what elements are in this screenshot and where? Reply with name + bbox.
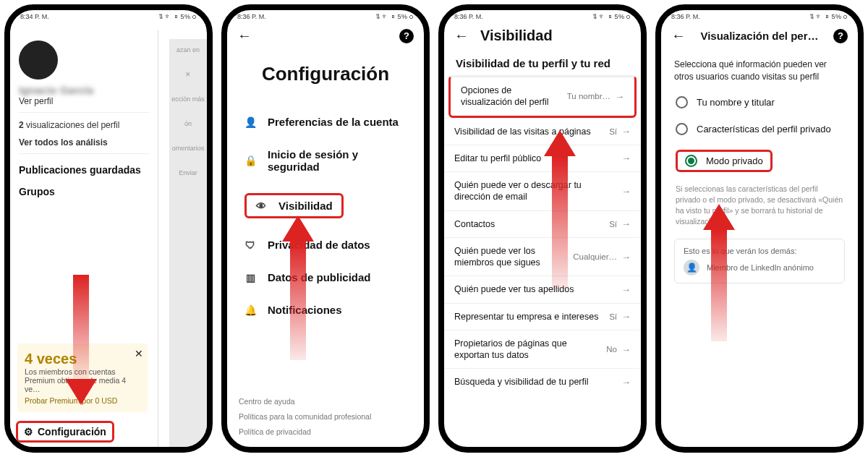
- row-page-visits[interactable]: Visibilidad de las visitas a páginas Sí …: [444, 118, 641, 145]
- back-icon[interactable]: ←: [671, 27, 686, 44]
- header: ← Visualización del per… ?: [661, 22, 858, 50]
- settings-item-privacy[interactable]: 🛡 Privacidad de datos: [244, 228, 407, 261]
- chevron-right-icon: →: [621, 344, 631, 355]
- row-contacts[interactable]: Contactos Sí →: [444, 210, 641, 237]
- phone-2: 8:36 P. M. ⇅ ᯤ ▯ 5% ▢ ← ? Configuración …: [221, 4, 430, 453]
- settings-list: 👤 Preferencias de la cuenta 🔒 Inicio de …: [227, 106, 424, 326]
- row-export[interactable]: Propietarios de páginas que exportan tus…: [444, 330, 641, 369]
- help-icon[interactable]: ?: [399, 29, 414, 43]
- profile-views[interactable]: 2 visualizaciones del perfil: [19, 120, 149, 130]
- row-following[interactable]: Quién puede ver los miembros que sigues …: [444, 237, 641, 276]
- saved-posts[interactable]: Publicaciones guardadas: [19, 164, 149, 176]
- row-search[interactable]: Búsqueda y visibilidad de tu perfil →: [444, 368, 641, 395]
- status-bar: 8:36 P. M. ⇅ ᯤ ▯ 5% ▢: [444, 10, 641, 22]
- settings-button[interactable]: ⚙ Configuración: [16, 421, 114, 443]
- status-bar: 8:34 P. M. ⇅ ᯤ ▯ 5% ▢: [10, 10, 207, 22]
- preview-text: Miembro de LinkedIn anónimo: [707, 263, 814, 272]
- nav-drawer: Ignacio García Ver perfil 2 visualizacio…: [10, 30, 158, 447]
- groups-link[interactable]: Grupos: [19, 186, 149, 197]
- status-bar: 8:36 P. M. ⇅ ᯤ ▯ 5% ▢: [661, 10, 858, 22]
- row-profile-viewing[interactable]: Opciones de visualización del perfil Tu …: [448, 75, 637, 118]
- shield-icon: 🛡: [244, 239, 256, 251]
- chevron-right-icon: →: [621, 186, 631, 197]
- footer-help[interactable]: Centro de ayuda: [239, 394, 412, 409]
- settings-item-account[interactable]: 👤 Preferencias de la cuenta: [244, 106, 407, 138]
- preview-label: Esto es lo que verán los demás:: [684, 247, 835, 255]
- settings-item-ads[interactable]: ▥ Datos de publicidad: [244, 261, 407, 294]
- status-time: 8:36 P. M.: [454, 13, 483, 20]
- premium-headline: 4 veces: [25, 351, 140, 367]
- privacy-note: Si seleccionas las características del p…: [661, 179, 858, 232]
- ads-icon: ▥: [244, 272, 256, 283]
- radio-selected-icon: [685, 155, 697, 167]
- preview-box: Esto es lo que verán los demás: 👤 Miembr…: [674, 239, 845, 283]
- section-description: Selecciona qué información pueden ver ot…: [661, 50, 858, 89]
- bell-icon: 🔔: [244, 304, 256, 316]
- header: ← Visibilidad: [444, 22, 641, 50]
- status-right: ⇅ ᯤ ▯ 5% ▢: [593, 13, 631, 20]
- option-private-mode[interactable]: Modo privado: [661, 142, 858, 179]
- analytics-link[interactable]: Ver todos los análisis: [19, 137, 149, 148]
- background-feed: azan en ✕ ección más ón omentarios Envia…: [169, 39, 207, 447]
- status-time: 8:36 P. M.: [671, 13, 700, 20]
- chevron-right-icon: →: [621, 311, 631, 322]
- settings-item-visibility[interactable]: 👁 Visibilidad: [244, 183, 407, 228]
- help-icon[interactable]: ?: [833, 29, 848, 43]
- view-profile-link[interactable]: Ver perfil: [19, 96, 149, 106]
- premium-body: Los miembros con cuentas Premium obtiene…: [25, 367, 140, 393]
- page-title: Visualización del per…: [700, 30, 818, 42]
- lock-icon: 🔒: [244, 155, 256, 166]
- settings-item-signin[interactable]: 🔒 Inicio de sesión y seguridad: [244, 138, 407, 183]
- footer-policies[interactable]: Políticas para la comunidad profesional: [239, 409, 412, 424]
- back-icon[interactable]: ←: [454, 27, 469, 44]
- footer-links: Centro de ayuda Políticas para la comuni…: [227, 390, 424, 444]
- row-company[interactable]: Representar tu empresa e intereses Sí →: [444, 303, 641, 330]
- chevron-right-icon: →: [615, 91, 624, 102]
- header: ← ?: [227, 22, 424, 50]
- chevron-right-icon: →: [621, 252, 631, 262]
- chevron-right-icon: →: [621, 126, 631, 137]
- premium-upsell[interactable]: ✕ 4 veces Los miembros con cuentas Premi…: [17, 343, 148, 412]
- phone-1: 8:34 P. M. ⇅ ᯤ ▯ 5% ▢ azan en ✕ ección m…: [4, 4, 213, 453]
- option-name-headline[interactable]: Tu nombre y titular: [661, 89, 858, 116]
- close-icon[interactable]: ✕: [135, 348, 143, 359]
- page-title: Configuración: [227, 63, 424, 85]
- chevron-right-icon: →: [621, 284, 631, 295]
- row-email[interactable]: Quién puede ver o descargar tu dirección…: [444, 171, 641, 210]
- status-right: ⇅ ᯤ ▯ 5% ▢: [159, 13, 197, 20]
- footer-privacy[interactable]: Política de privacidad: [239, 424, 412, 440]
- radio-icon: [676, 96, 688, 108]
- user-name: Ignacio García: [19, 84, 149, 96]
- avatar-icon: 👤: [684, 260, 699, 276]
- avatar[interactable]: [19, 40, 58, 80]
- status-bar: 8:36 P. M. ⇅ ᯤ ▯ 5% ▢: [227, 10, 424, 22]
- back-icon[interactable]: ←: [237, 27, 252, 44]
- status-right: ⇅ ᯤ ▯ 5% ▢: [810, 13, 848, 20]
- phone-3: 8:36 P. M. ⇅ ᯤ ▯ 5% ▢ ← Visibilidad Visi…: [438, 4, 647, 453]
- option-private-characteristics[interactable]: Características del perfil privado: [661, 116, 858, 142]
- chevron-right-icon: →: [621, 377, 631, 388]
- section-title: Visibilidad de tu perfil y tu red: [444, 50, 641, 75]
- eye-icon: 👁: [255, 200, 267, 212]
- visibility-list: Opciones de visualización del perfil Tu …: [444, 75, 641, 396]
- phone-4: 8:36 P. M. ⇅ ᯤ ▯ 5% ▢ ← Visualización de…: [655, 4, 864, 453]
- chevron-right-icon: →: [621, 218, 631, 229]
- radio-icon: [676, 123, 688, 135]
- person-icon: 👤: [244, 116, 256, 128]
- chevron-right-icon: →: [621, 153, 631, 163]
- status-right: ⇅ ᯤ ▯ 5% ▢: [376, 13, 414, 20]
- premium-cta[interactable]: Probar Premium por 0 USD: [25, 396, 140, 405]
- row-lastname[interactable]: Quién puede ver tus apellidos →: [444, 276, 641, 302]
- status-time: 8:34 P. M.: [20, 13, 49, 20]
- settings-label: Configuración: [38, 426, 106, 437]
- row-public-profile[interactable]: Editar tu perfil público →: [444, 145, 641, 171]
- gear-icon: ⚙: [24, 426, 33, 437]
- page-title: Visibilidad: [480, 27, 553, 44]
- status-time: 8:36 P. M.: [237, 13, 266, 20]
- settings-item-notifications[interactable]: 🔔 Notificaciones: [244, 294, 407, 326]
